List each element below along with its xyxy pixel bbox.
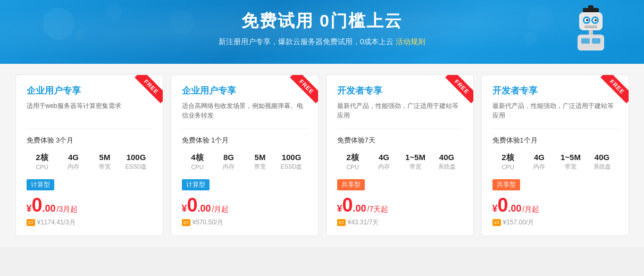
- price-yuan-1: ¥: [182, 203, 187, 214]
- original-price-2: 🏷 ¥43.31/7天: [337, 218, 463, 227]
- original-price-0: 🏷 ¥1174.41/3月: [27, 218, 152, 227]
- svg-rect-10: [589, 30, 593, 35]
- banner-subtitle: 新注册用户专享，爆款云服务器免费试用，0成本上云 活动规则: [0, 37, 644, 47]
- svg-rect-1: [588, 5, 593, 10]
- spec-item-0-0: 2核 CPU: [27, 153, 58, 171]
- spec-item-0-2: 5M 带宽: [89, 153, 121, 171]
- price-dec-1: .00: [198, 203, 211, 214]
- spec-item-0-3: 100G ESSD盘: [121, 153, 152, 171]
- type-badge-1: 计算型: [182, 179, 210, 190]
- original-price-1: 🏷 ¥570.50/月: [182, 218, 307, 227]
- price-row-2: ¥ 0 .00 /7天起: [337, 196, 463, 215]
- trial-period-3: 免费体验1个月: [492, 136, 618, 145]
- price-dec-2: .00: [353, 203, 366, 214]
- tag-icon-2: 🏷: [337, 219, 346, 226]
- trial-period-1: 免费体验 1个月: [182, 136, 307, 145]
- price-int-1: 0: [187, 196, 198, 215]
- spec-item-2-1: 4G 内存: [369, 153, 400, 171]
- price-dec-3: .00: [508, 203, 522, 214]
- price-unit-1: /月起: [212, 205, 229, 214]
- svg-rect-9: [584, 26, 597, 28]
- banner: 免费试用 0门槛上云 新注册用户专享，爆款云服务器免费试用，0成本上云 活动规则: [0, 0, 644, 64]
- free-ribbon-2: [439, 75, 473, 109]
- price-row-0: ¥ 0 .00 /3月起: [27, 196, 152, 215]
- product-card-3[interactable]: 开发者专享 最新代产品，性能强劲，广泛适用于建站等应用 免费体验1个月 2核 C…: [481, 74, 629, 236]
- type-badge-3: 共享型: [492, 179, 520, 190]
- price-row-1: ¥ 0 .00 /月起: [182, 196, 307, 215]
- rules-link[interactable]: 活动规则: [396, 37, 425, 46]
- spec-item-1-0: 4核 CPU: [182, 153, 213, 171]
- spec-item-2-3: 40G 系统盘: [431, 153, 463, 171]
- price-row-3: ¥ 0 .00 /月起: [492, 196, 618, 215]
- price-yuan-2: ¥: [337, 203, 342, 214]
- product-card-1[interactable]: 企业用户专享 适合高网络包收发场景，例如视频弹幕、电信业务转发 免费体验 1个月…: [171, 74, 319, 236]
- spec-item-2-2: 1~5M 带宽: [400, 153, 431, 171]
- specs-2: 2核 CPU 4G 内存 1~5M 带宽 40G 系统盘: [337, 153, 463, 171]
- spec-item-3-0: 2核 CPU: [492, 153, 524, 171]
- price-unit-3: /月起: [523, 205, 540, 214]
- product-card-2[interactable]: 开发者专享 最新代产品，性能强劲，广泛适用于建站等应用 免费体验7天 2核 CP…: [326, 74, 474, 236]
- spec-item-1-3: 100G ESSD盘: [276, 153, 307, 171]
- spec-item-1-1: 8G 内存: [213, 153, 245, 171]
- trial-period-2: 免费体验7天: [337, 136, 463, 145]
- robot-icon: [570, 5, 612, 48]
- free-ribbon-0: [129, 75, 163, 109]
- spec-item-3-3: 40G 系统盘: [587, 153, 618, 171]
- price-int-3: 0: [498, 196, 508, 215]
- price-yuan-3: ¥: [492, 203, 498, 214]
- price-unit-0: /3月起: [57, 205, 78, 214]
- spec-item-2-0: 2核 CPU: [337, 153, 369, 171]
- tag-icon-3: 🏷: [492, 219, 501, 226]
- svg-rect-13: [592, 38, 600, 44]
- spec-item-3-2: 1~5M 带宽: [555, 153, 587, 171]
- trial-period-0: 免费体验 3个月: [27, 136, 152, 145]
- cards-section: 企业用户专享 适用于web服务器等计算密集需求 免费体验 3个月 2核 CPU …: [0, 64, 644, 247]
- banner-title: 免费试用 0门槛上云: [0, 10, 644, 33]
- svg-point-7: [586, 19, 588, 21]
- free-ribbon-1: [284, 75, 318, 109]
- type-badge-0: 计算型: [27, 179, 54, 190]
- tag-icon-1: 🏷: [182, 219, 190, 226]
- free-ribbon-3: [595, 75, 629, 109]
- tag-icon-0: 🏷: [27, 219, 35, 226]
- spec-item-3-1: 4G 内存: [524, 153, 555, 171]
- svg-rect-12: [581, 38, 590, 44]
- price-yuan-0: ¥: [27, 203, 32, 214]
- specs-0: 2核 CPU 4G 内存 5M 带宽 100G ESSD盘: [27, 153, 152, 171]
- price-int-0: 0: [32, 196, 43, 215]
- type-badge-2: 共享型: [337, 179, 365, 190]
- product-card-0[interactable]: 企业用户专享 适用于web服务器等计算密集需求 免费体验 3个月 2核 CPU …: [15, 74, 163, 236]
- spec-item-1-2: 5M 带宽: [245, 153, 276, 171]
- spec-item-0-1: 4G 内存: [58, 153, 89, 171]
- specs-1: 4核 CPU 8G 内存 5M 带宽 100G ESSD盘: [182, 153, 307, 171]
- price-dec-0: .00: [43, 203, 56, 214]
- price-int-2: 0: [342, 196, 353, 215]
- original-price-3: 🏷 ¥157.00/月: [492, 218, 618, 227]
- price-unit-2: /7天起: [367, 205, 389, 214]
- specs-3: 2核 CPU 4G 内存 1~5M 带宽 40G 系统盘: [492, 153, 618, 171]
- svg-point-8: [595, 19, 597, 21]
